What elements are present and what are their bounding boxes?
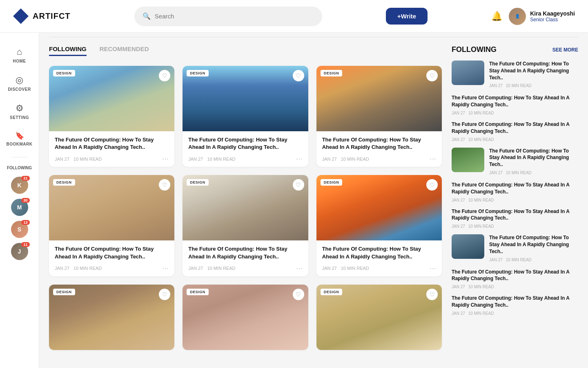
article-card[interactable]: DESIGN ♡ The Future Of Computing: How To… (183, 66, 308, 167)
search-bar[interactable]: 🔍 (134, 7, 322, 26)
heart-button[interactable]: ♡ (426, 70, 438, 81)
right-article-title: The Future Of Computing: How To Stay Ahe… (452, 121, 578, 135)
sidebar-item-discover[interactable]: ◎ DISCOVER (3, 71, 36, 96)
right-article-text[interactable]: The Future Of Computing: How To Stay Ahe… (452, 208, 578, 229)
article-card[interactable]: DESIGN ♡ (183, 285, 308, 350)
article-card[interactable]: DESIGN ♡ The Future Of Computing: How To… (49, 175, 174, 276)
user-info[interactable]: 👤 Kira Kaageyoshi Senior Class (509, 8, 575, 25)
follower-avatar[interactable]: S 13 (11, 221, 28, 238)
tab-following[interactable]: FOLLOWING (49, 45, 87, 56)
follower-badge: 21 (21, 176, 29, 181)
home-icon: ⌂ (17, 47, 22, 57)
right-article-meta: JAN 27 10 MIN READ (489, 258, 578, 262)
grid-row: DESIGN ♡ The Future Of Computing: How To… (49, 175, 442, 276)
article-card[interactable]: DESIGN ♡ The Future Of Computing: How To… (316, 175, 442, 276)
read-time: 10 MIN READ (74, 157, 102, 162)
card-image: DESIGN ♡ (49, 66, 174, 131)
card-image: DESIGN ♡ (49, 175, 174, 240)
article-date: JAN 27 (188, 157, 203, 162)
sidebar-item-home[interactable]: ⌂ HOME (3, 43, 36, 67)
right-article-title: The Future Of Computing: How To Stay Ahe… (452, 295, 578, 309)
more-button[interactable]: ⋯ (430, 265, 436, 272)
follower-avatar[interactable]: M 30 (11, 199, 28, 216)
heart-button[interactable]: ♡ (159, 289, 170, 300)
right-article-title: The Future Of Computing: How To Stay Ahe… (489, 234, 578, 255)
more-button[interactable]: ⋯ (162, 265, 169, 272)
read-time: 10 MIN READ (506, 171, 532, 175)
follower-badge: 13 (21, 220, 29, 225)
article-date: JAN 27 (55, 157, 69, 162)
design-badge: DESIGN (321, 70, 343, 76)
more-button[interactable]: ⋯ (296, 265, 303, 272)
card-meta-left: JAN 27 10 MIN READ (188, 266, 235, 271)
sidebar-item-label: HOME (13, 59, 26, 63)
heart-button[interactable]: ♡ (293, 289, 304, 300)
card-title: The Future Of Computing: How To Stay Ahe… (322, 136, 436, 151)
sidebar-item-label: DISCOVER (8, 87, 31, 92)
article-date: JAN 27 (452, 137, 465, 142)
logo[interactable]: ARTIFCT (13, 9, 71, 24)
right-article-text[interactable]: The Future Of Computing: How To Stay Ahe… (452, 295, 578, 316)
grid-row: DESIGN ♡ DESIGN ♡ DESIGN ♡ (49, 285, 442, 350)
card-meta-left: JAN 27 10 MIN READ (55, 266, 102, 271)
read-time: 10 MIN READ (341, 157, 369, 162)
user-name: Kira Kaageyoshi (530, 10, 575, 17)
right-article-text[interactable]: The Future Of Computing: How To Stay Ahe… (452, 121, 578, 142)
follower-avatar[interactable]: K 21 (11, 177, 28, 194)
article-date: JAN 27 (489, 258, 503, 262)
article-card[interactable]: DESIGN ♡ (316, 285, 442, 350)
card-meta: JAN 27 10 MIN READ ⋯ (188, 265, 302, 272)
card-meta: JAN 27 10 MIN READ ⋯ (55, 265, 169, 272)
article-card[interactable]: DESIGN ♡ The Future Of Computing: How To… (316, 66, 442, 167)
right-article-text[interactable]: The Future Of Computing: How To Stay Ahe… (452, 269, 578, 289)
search-input[interactable] (155, 13, 314, 20)
sidebar-item-label: BOOKMARK (7, 142, 33, 146)
card-meta: JAN 27 10 MIN READ ⋯ (55, 155, 169, 163)
content-area: FOLLOWING RECOMMENDED DESIGN ♡ The Futur… (49, 45, 578, 358)
card-body: The Future Of Computing: How To Stay Ahe… (183, 240, 308, 276)
follower-avatar[interactable]: J 11 (11, 243, 28, 260)
sidebar-item-setting[interactable]: ⚙ SETTING (3, 99, 36, 124)
follower-badge: 11 (21, 242, 29, 247)
heart-button[interactable]: ♡ (426, 179, 438, 191)
heart-button[interactable]: ♡ (426, 289, 438, 300)
heart-button[interactable]: ♡ (159, 179, 170, 191)
write-button[interactable]: +Write (386, 8, 428, 25)
right-article[interactable]: The Future Of Computing: How To Stay Ahe… (452, 61, 578, 88)
article-date: JAN 27 (452, 224, 465, 229)
heart-button[interactable]: ♡ (159, 70, 170, 81)
more-button[interactable]: ⋯ (430, 155, 436, 163)
design-badge: DESIGN (187, 179, 209, 186)
discover-icon: ◎ (16, 75, 23, 85)
card-title: The Future Of Computing: How To Stay Ahe… (55, 136, 169, 151)
card-image: DESIGN ♡ (316, 285, 442, 350)
sidebar: ⌂ HOME ◎ DISCOVER ⚙ SETTING 🔖 BOOKMARK F… (0, 33, 39, 368)
avatar: 👤 (509, 8, 526, 25)
read-time: 10 MIN READ (207, 157, 235, 162)
right-article-text[interactable]: The Future Of Computing: How To Stay Ahe… (452, 94, 578, 115)
card-meta-left: JAN 27 10 MIN READ (188, 157, 235, 162)
card-meta: JAN 27 10 MIN READ ⋯ (322, 265, 436, 272)
section-divider (49, 37, 578, 37)
article-card[interactable]: DESIGN ♡ (49, 285, 174, 350)
card-body: The Future Of Computing: How To Stay Ahe… (316, 131, 442, 167)
follower-badge: 30 (21, 198, 29, 203)
articles-grid: FOLLOWING RECOMMENDED DESIGN ♡ The Futur… (49, 45, 442, 358)
heart-button[interactable]: ♡ (293, 179, 304, 191)
right-article-text[interactable]: The Future Of Computing: How To Stay Ahe… (452, 182, 578, 202)
right-article-info: The Future Of Computing: How To Stay Ahe… (489, 148, 578, 175)
more-button[interactable]: ⋯ (296, 155, 303, 163)
right-article[interactable]: The Future Of Computing: How To Stay Ahe… (452, 234, 578, 262)
article-card[interactable]: DESIGN ♡ The Future Of Computing: How To… (183, 175, 308, 276)
right-article[interactable]: The Future Of Computing: How To Stay Ahe… (452, 148, 578, 175)
setting-icon: ⚙ (16, 103, 24, 114)
sidebar-item-bookmark[interactable]: 🔖 BOOKMARK (3, 127, 36, 150)
card-title: The Future Of Computing: How To Stay Ahe… (322, 245, 436, 260)
tab-recommended[interactable]: RECOMMENDED (100, 45, 149, 56)
more-button[interactable]: ⋯ (162, 155, 169, 163)
see-more-link[interactable]: SEE MORE (552, 47, 578, 53)
card-body: The Future Of Computing: How To Stay Ahe… (49, 240, 174, 276)
bell-icon[interactable]: 🔔 (491, 11, 502, 22)
heart-button[interactable]: ♡ (293, 70, 304, 81)
article-card[interactable]: DESIGN ♡ The Future Of Computing: How To… (49, 66, 174, 167)
